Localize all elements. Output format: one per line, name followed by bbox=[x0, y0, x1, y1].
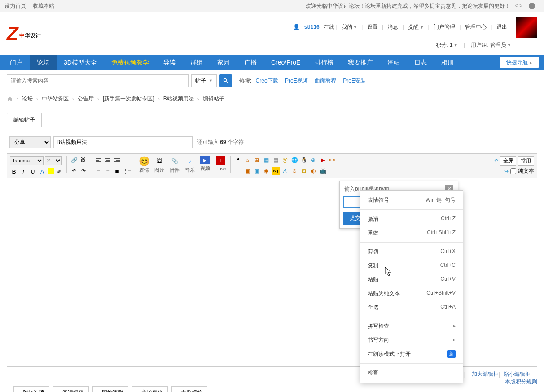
tool-icon-2[interactable]: ▣ bbox=[253, 167, 261, 175]
hot-link-3[interactable]: ProE安装 bbox=[343, 78, 366, 84]
fontsize-select[interactable]: 2 bbox=[45, 156, 62, 165]
post-title-input[interactable] bbox=[53, 136, 193, 148]
context-item[interactable]: 粘贴为纯文本Ctrl+Shift+V bbox=[360, 287, 463, 301]
bc-2[interactable]: 公告厅 bbox=[78, 95, 94, 103]
unlink-button[interactable]: ⛓ bbox=[79, 156, 88, 164]
nav-broadcast[interactable]: 广播 bbox=[237, 55, 264, 70]
nav-3d[interactable]: 3D模型大全 bbox=[57, 55, 104, 70]
mgmt-center-link[interactable]: 管理中心 bbox=[465, 24, 487, 30]
context-item[interactable]: 拼写检查▸ bbox=[360, 319, 463, 333]
opt-read-perm[interactable]: 阅读权限 bbox=[53, 386, 89, 392]
list-unordered-button[interactable]: ⋮≡ bbox=[123, 167, 131, 175]
common-button[interactable]: 常用 bbox=[518, 156, 534, 166]
bc-3[interactable]: [新手第一次发帖专区] bbox=[103, 95, 154, 103]
collapse-icon[interactable]: ↶ bbox=[494, 158, 498, 164]
hot-link-1[interactable]: ProE视频 bbox=[285, 78, 308, 84]
opt-attach[interactable]: 附加选项 bbox=[13, 386, 49, 392]
context-item[interactable]: 复制Ctrl+C bbox=[360, 259, 463, 273]
nav-portal[interactable]: 门户 bbox=[3, 55, 30, 70]
tool-icon-1[interactable]: ▣ bbox=[243, 167, 251, 175]
nav-guide[interactable]: 导读 bbox=[156, 55, 183, 70]
tool-icon-5[interactable]: ⊙ bbox=[290, 167, 298, 175]
mine-link[interactable]: 我的▼ bbox=[342, 24, 357, 30]
emoji-button[interactable]: 😊表情 bbox=[137, 156, 151, 174]
bc-4[interactable]: B站视频用法 bbox=[163, 95, 194, 103]
hide-button[interactable]: HIDE bbox=[328, 156, 336, 164]
nav-promote[interactable]: 我要推广 bbox=[341, 55, 380, 70]
bold-button[interactable]: B bbox=[10, 168, 18, 176]
outdent-button[interactable]: ≡ bbox=[94, 167, 102, 175]
page-button[interactable]: ▤ bbox=[272, 156, 280, 164]
opt-tags[interactable]: 主题标签 bbox=[171, 386, 207, 392]
indent-button[interactable]: ≡ bbox=[104, 167, 112, 175]
favorite-link[interactable]: 收藏本站 bbox=[33, 3, 54, 9]
redo-button[interactable]: ↷ bbox=[79, 167, 88, 175]
flash-button[interactable]: fFlash bbox=[214, 156, 227, 171]
search-button[interactable] bbox=[219, 74, 232, 87]
fullscreen-button[interactable]: 全屏 bbox=[500, 156, 516, 166]
tool-icon-7[interactable]: ◐ bbox=[309, 167, 317, 175]
opt-reply-reward[interactable]: 回帖奖励 bbox=[92, 386, 128, 392]
nav-diary[interactable]: 日志 bbox=[407, 55, 434, 70]
code-button[interactable]: ⌂ bbox=[243, 156, 251, 164]
plaintext-checkbox[interactable] bbox=[510, 168, 516, 174]
align-left-button[interactable] bbox=[94, 156, 102, 164]
align-center-button[interactable] bbox=[104, 156, 112, 164]
home-icon[interactable] bbox=[7, 96, 13, 102]
undo-button[interactable]: ↶ bbox=[70, 167, 78, 175]
search-category-dropdown[interactable]: 帖子▼ bbox=[191, 74, 217, 87]
portal-mgmt-link[interactable]: 门户管理 bbox=[434, 24, 455, 30]
logout-link[interactable]: 退出 bbox=[496, 24, 507, 30]
nav-group[interactable]: 群组 bbox=[183, 55, 210, 70]
bilibili-button[interactable]: 📺 bbox=[319, 167, 327, 175]
fontcolor-button[interactable]: A bbox=[38, 168, 46, 176]
at-button[interactable]: @ bbox=[281, 156, 289, 164]
font-select[interactable]: Tahoma bbox=[10, 156, 44, 165]
nav-free-video[interactable]: 免费视频教学 bbox=[104, 55, 156, 70]
link-button[interactable]: 🔗 bbox=[70, 156, 78, 164]
set-home-link[interactable]: 设为首页 bbox=[4, 3, 26, 9]
settings-link[interactable]: 设置 bbox=[367, 24, 378, 30]
gg-icon[interactable]: ⊕ bbox=[309, 156, 317, 164]
context-item[interactable]: 重做Ctrl+Shift+Z bbox=[360, 226, 463, 240]
context-item[interactable]: 表情符号Win 键+句号 bbox=[360, 193, 463, 207]
quote-button[interactable]: ❝ bbox=[234, 156, 242, 164]
video-button[interactable]: ▶视频 bbox=[198, 156, 212, 172]
bc-0[interactable]: 论坛 bbox=[22, 95, 33, 103]
hot-link-0[interactable]: Creo下载 bbox=[256, 78, 278, 84]
context-item[interactable]: 撤消Ctrl+Z bbox=[360, 212, 463, 226]
italic-button[interactable]: I bbox=[19, 168, 27, 176]
reply-icon[interactable]: ↪ bbox=[504, 168, 509, 174]
align-right-button[interactable] bbox=[113, 156, 121, 164]
rules-link[interactable]: 本版积分规则 bbox=[505, 378, 537, 386]
bc-1[interactable]: 中华站务区 bbox=[42, 95, 69, 103]
underline-button[interactable]: U bbox=[29, 168, 37, 176]
enlarge-editor-link[interactable]: 加大编辑框 bbox=[472, 370, 499, 378]
nav-collect[interactable]: 淘帖 bbox=[380, 55, 407, 70]
list-ordered-button[interactable]: ≣ bbox=[113, 167, 121, 175]
palette-icon[interactable] bbox=[529, 3, 535, 9]
context-item[interactable]: 剪切Ctrl+X bbox=[360, 245, 463, 259]
search-input[interactable] bbox=[7, 74, 189, 87]
username-link[interactable]: stl116 bbox=[304, 24, 320, 30]
hr-button[interactable]: — bbox=[234, 167, 242, 175]
avatar[interactable] bbox=[516, 17, 537, 38]
context-item[interactable]: 粘贴Ctrl+V bbox=[360, 273, 463, 287]
bgcolor-button[interactable] bbox=[48, 168, 54, 174]
globe-icon[interactable]: 🌐 bbox=[290, 156, 298, 164]
nav-album[interactable]: 相册 bbox=[434, 55, 461, 70]
play-icon[interactable]: ▶ bbox=[319, 156, 327, 164]
nav-forum[interactable]: 论坛 bbox=[30, 55, 57, 70]
table-button[interactable]: ▦ bbox=[262, 156, 270, 164]
qq-icon[interactable]: 🐧 bbox=[300, 156, 308, 164]
context-item[interactable]: 全选Ctrl+A bbox=[360, 301, 463, 314]
context-item[interactable]: 书写方向▸ bbox=[360, 333, 463, 347]
free-icon[interactable]: ⊞ bbox=[253, 156, 261, 164]
context-item[interactable]: 检查 bbox=[360, 366, 463, 380]
site-logo[interactable]: Z 中华设计 bbox=[7, 23, 41, 44]
tab-edit-post[interactable]: 编辑帖子 bbox=[7, 113, 42, 127]
more-icon[interactable]: < > bbox=[515, 3, 522, 9]
tool-icon-4[interactable]: A bbox=[281, 167, 289, 175]
nav-creo[interactable]: Creo/ProE bbox=[264, 55, 307, 70]
tool-icon-3[interactable]: ◉ bbox=[262, 167, 270, 175]
